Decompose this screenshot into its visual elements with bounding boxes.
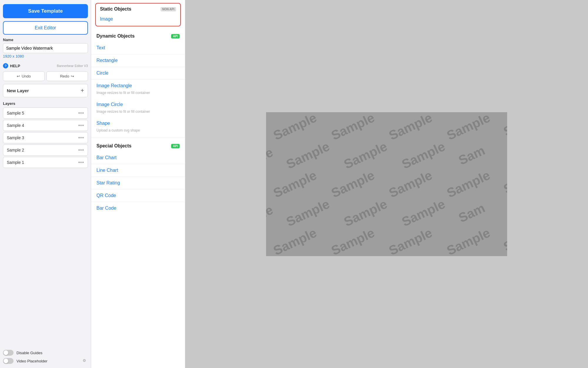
- watermark-row: Sample Sample Sample Sample Sam: [266, 177, 507, 191]
- watermark-text: ple: [266, 200, 280, 226]
- watermark-row: ple Sample Sample Sample Sam: [266, 206, 507, 220]
- layer-name: Sample 2: [7, 148, 24, 152]
- object-item-image-circle-group: Image Circle Image resizes to fit or fil…: [91, 98, 185, 117]
- watermark-text: Sample: [266, 112, 324, 145]
- layer-name: Sample 1: [7, 160, 24, 165]
- help-row: ? HELP Bannerbear Editor V3: [3, 63, 88, 68]
- watermark-grid: Sample Sample Sample Sample Sam ple Samp…: [266, 112, 507, 256]
- layers-section: Layers Sample 5 ••• Sample 4 ••• Sample …: [3, 101, 88, 169]
- layer-options-icon[interactable]: •••: [78, 160, 84, 165]
- object-item-image[interactable]: Image: [96, 14, 180, 24]
- object-item-rectangle[interactable]: Rectangle: [91, 54, 185, 67]
- watermark-text: Sam: [496, 112, 507, 142]
- watermark-text: Sample: [381, 223, 440, 256]
- plus-icon: +: [81, 87, 84, 94]
- canvas-wrapper: Sample Sample Sample Sample Sam ple Samp…: [266, 112, 507, 256]
- special-objects-badge: API: [171, 144, 180, 148]
- exit-editor-button[interactable]: Exit Editor: [3, 21, 88, 35]
- layer-name: Sample 4: [7, 123, 24, 128]
- watermark-row: Sample Sample Sample Sample Sam: [266, 234, 507, 249]
- layer-item[interactable]: Sample 1 •••: [3, 157, 88, 168]
- object-item-line-chart[interactable]: Line Chart: [91, 164, 185, 177]
- special-objects-section: Special Objects API Bar Chart Line Chart…: [91, 137, 185, 214]
- watermark-text: Sample: [278, 194, 337, 231]
- canvas-area: Sample Sample Sample Sample Sam ple Samp…: [185, 0, 588, 368]
- watermark-text: Sample: [278, 136, 337, 174]
- layer-options-icon[interactable]: •••: [78, 123, 84, 128]
- name-section: Name 1920 x 1080: [3, 38, 88, 58]
- video-placeholder-label: Video Placeholder: [16, 359, 47, 363]
- layer-item[interactable]: Sample 5 •••: [3, 107, 88, 119]
- object-item-circle[interactable]: Circle: [91, 67, 185, 80]
- special-objects-header: Special Objects API: [91, 139, 185, 152]
- object-panel: Static Objects NON API Image Dynamic Obj…: [91, 0, 185, 368]
- layer-name: Sample 3: [7, 135, 24, 140]
- static-objects-title: Static Objects: [100, 6, 131, 12]
- watermark-text: Sample: [394, 194, 452, 231]
- dynamic-objects-badge: API: [171, 34, 180, 38]
- video-placeholder-toggle[interactable]: [3, 358, 14, 364]
- object-item-star-rating[interactable]: Star Rating: [91, 177, 185, 189]
- object-item-text[interactable]: Text: [91, 42, 185, 54]
- help-icon[interactable]: ?: [3, 63, 8, 68]
- dynamic-objects-section: Dynamic Objects API Text Rectangle Circl…: [91, 29, 185, 136]
- help-label: HELP: [10, 64, 20, 68]
- disable-guides-label: Disable Guides: [16, 351, 42, 355]
- layer-options-icon[interactable]: •••: [78, 147, 84, 153]
- video-placeholder-row: Video Placeholder ⚙: [3, 358, 88, 364]
- save-template-button[interactable]: Save Template: [3, 4, 88, 18]
- object-item-bar-code[interactable]: Bar Code: [91, 202, 185, 214]
- undo-icon: ↩: [17, 74, 20, 78]
- static-objects-badge: NON API: [161, 7, 176, 11]
- undo-button[interactable]: ↩ Undo: [3, 71, 45, 81]
- special-objects-title: Special Objects: [96, 143, 131, 149]
- new-layer-button[interactable]: New Layer +: [3, 84, 88, 97]
- sidebar: Save Template Exit Editor Name 1920 x 10…: [0, 0, 91, 368]
- watermark-text: Sam: [451, 198, 493, 228]
- shape-sub: Upload a custom svg shape: [91, 127, 185, 136]
- layer-options-icon[interactable]: •••: [78, 110, 84, 116]
- redo-label: Redo: [60, 74, 69, 78]
- dynamic-objects-title: Dynamic Objects: [96, 33, 135, 39]
- redo-button[interactable]: Redo ↪: [46, 71, 88, 81]
- undo-redo-row: ↩ Undo Redo ↪: [3, 71, 88, 81]
- image-rectangle-sub: Image resizes to fit or fill container: [91, 90, 185, 98]
- help-left: ? HELP: [3, 63, 20, 68]
- watermark-text: Sam: [496, 227, 507, 256]
- name-label: Name: [3, 38, 88, 42]
- disable-guides-row: Disable Guides: [3, 350, 88, 356]
- image-circle-sub: Image resizes to fit or fill container: [91, 108, 185, 117]
- watermark-text: Sam: [496, 169, 507, 199]
- layer-options-icon[interactable]: •••: [78, 135, 84, 140]
- object-item-qr-code[interactable]: QR Code: [91, 189, 185, 202]
- watermark-text: Sample: [336, 194, 395, 231]
- layers-label: Layers: [3, 101, 88, 106]
- help-version: Bannerbear Editor V3: [57, 64, 88, 68]
- layer-item[interactable]: Sample 2 •••: [3, 144, 88, 156]
- redo-icon: ↪: [71, 74, 74, 78]
- watermark-text: Sample: [323, 223, 382, 256]
- dimensions-text: 1920 x 1080: [3, 54, 88, 58]
- watermark-row: ple Sample Sample Sample Sam: [266, 148, 507, 163]
- watermark-text: Sample: [394, 136, 452, 174]
- watermark-text: Sam: [451, 140, 493, 170]
- object-item-image-rectangle-group: Image Rectangle Image resizes to fit or …: [91, 80, 185, 98]
- static-objects-section: Static Objects NON API Image: [95, 3, 181, 26]
- watermark-text: Sample: [439, 223, 497, 256]
- layer-item[interactable]: Sample 3 •••: [3, 132, 88, 143]
- watermark-text: ple: [266, 142, 280, 168]
- object-item-bar-chart[interactable]: Bar Chart: [91, 152, 185, 164]
- watermark-text: Sample: [266, 223, 324, 256]
- dynamic-objects-header: Dynamic Objects API: [91, 29, 185, 42]
- disable-guides-toggle[interactable]: [3, 350, 14, 356]
- video-placeholder-settings-icon[interactable]: ⚙: [83, 358, 88, 364]
- watermark-row: Sample Sample Sample Sample Sam: [266, 119, 507, 134]
- name-input[interactable]: [3, 43, 88, 53]
- layer-item[interactable]: Sample 4 •••: [3, 120, 88, 131]
- toggles-section: Disable Guides Video Placeholder ⚙: [3, 350, 88, 364]
- object-item-shape-group: Shape Upload a custom svg shape: [91, 117, 185, 136]
- undo-label: Undo: [22, 74, 31, 78]
- layer-name: Sample 5: [7, 111, 24, 115]
- new-layer-label: New Layer: [7, 88, 29, 93]
- watermark-text: Sample: [336, 136, 395, 174]
